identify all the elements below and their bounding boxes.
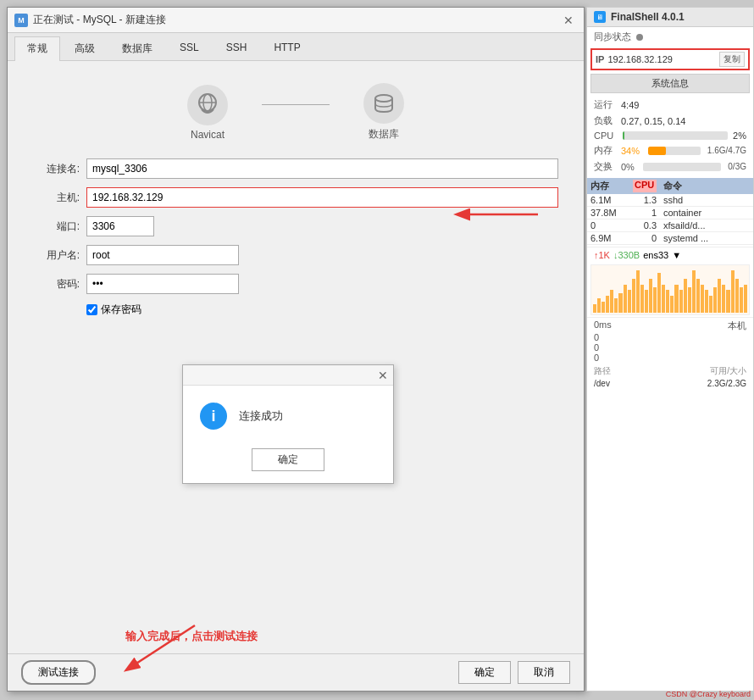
- table-row: 0 0.3 xfsaild/d...: [587, 219, 753, 232]
- row1-cpu: 1.3: [633, 195, 657, 205]
- navicat-icon-item: Navicat: [187, 85, 228, 141]
- save-pwd-row: 保存密码: [86, 303, 558, 317]
- disk-row: /dev 2.3G/2.3G: [587, 378, 753, 389]
- load-row: 负载 0.27, 0.15, 0.14: [587, 113, 753, 129]
- navicat-icon: [187, 85, 228, 125]
- latency-label: 0ms: [594, 319, 612, 332]
- conn-name-row: 连接名:: [33, 158, 558, 179]
- mem-pct: 34%: [621, 146, 640, 156]
- conn-name-input[interactable]: [86, 158, 558, 179]
- mysql-icon: M: [14, 14, 28, 27]
- cpu-value: 2%: [733, 131, 746, 141]
- dialog-title: 正在测试 - MySQL - 新建连接: [33, 13, 166, 27]
- load-label: 负载: [594, 114, 618, 127]
- tab-general[interactable]: 常规: [14, 36, 60, 61]
- sys-info-button[interactable]: 系统信息: [590, 74, 750, 93]
- db-label: 数据库: [369, 127, 399, 142]
- latency-val3: 0: [594, 353, 746, 363]
- disk-path-label: 路径: [594, 365, 707, 377]
- row2-mem: 37.8M: [590, 208, 626, 218]
- network-chart: [590, 264, 750, 315]
- success-close-button[interactable]: ✕: [378, 369, 388, 382]
- conn-name-label: 连接名:: [33, 162, 80, 176]
- port-label: 端口:: [33, 219, 80, 234]
- ip-row: IP 192.168.32.129 复制: [590, 48, 750, 70]
- chart-bars: [591, 269, 749, 314]
- success-dialog: ✕ i 连接成功 确定: [182, 364, 394, 484]
- test-button[interactable]: 测试连接: [21, 660, 96, 685]
- rp-title: FinalShell 4.0.1: [611, 11, 685, 23]
- db-icon-item: 数据库: [363, 83, 404, 142]
- mem-label: 内存: [594, 144, 618, 157]
- pwd-row: 密码:: [33, 274, 558, 294]
- row3-cmd: xfsaild/d...: [663, 220, 750, 231]
- copy-button[interactable]: 复制: [719, 52, 745, 67]
- user-row: 用户名:: [33, 245, 558, 265]
- pwd-input[interactable]: [86, 274, 239, 294]
- tab-database[interactable]: 数据库: [109, 36, 165, 60]
- svg-point-3: [375, 95, 392, 102]
- run-label: 运行: [594, 98, 618, 111]
- swap-label: 交换: [594, 160, 618, 173]
- swap-row: 交换 0% 0/3G: [587, 158, 753, 175]
- tab-ssh[interactable]: SSH: [213, 36, 260, 60]
- user-label: 用户名:: [33, 248, 80, 263]
- rp-sync: 同步状态: [587, 27, 753, 47]
- host-label: 主机:: [33, 191, 80, 205]
- success-titlebar: ✕: [183, 365, 393, 386]
- col-cpu: CPU: [633, 180, 657, 192]
- main-dialog: M 正在测试 - MySQL - 新建连接 ✕ 常规 高级 数据库 SSL SS…: [7, 7, 585, 692]
- info-icon: i: [200, 403, 227, 430]
- port-input[interactable]: [86, 216, 154, 236]
- user-input[interactable]: [86, 245, 239, 265]
- run-row: 运行 4:49: [587, 97, 753, 113]
- cpu-progress-container: [623, 131, 728, 140]
- tab-ssl[interactable]: SSL: [167, 36, 212, 60]
- success-message: 连接成功: [239, 408, 283, 424]
- dialog-titlebar: M 正在测试 - MySQL - 新建连接 ✕: [8, 8, 584, 33]
- confirm-button[interactable]: 确定: [458, 661, 511, 684]
- disk-val-label: 可用/大小: [710, 365, 746, 377]
- mem-progress-container: [648, 147, 701, 155]
- load-value: 0.27, 0.15, 0.14: [621, 116, 685, 126]
- run-value: 4:49: [621, 100, 639, 110]
- sync-dot: [636, 34, 643, 41]
- table-row: 6.1M 1.3 sshd: [587, 194, 753, 207]
- success-ok-button[interactable]: 确定: [252, 448, 324, 471]
- pwd-label: 密码:: [33, 277, 80, 292]
- tab-bar: 常规 高级 数据库 SSL SSH HTTP: [8, 33, 584, 61]
- latency-val2: 0: [594, 342, 746, 353]
- swap-detail: 0/3G: [728, 162, 746, 171]
- net-dropdown[interactable]: ▼: [672, 250, 681, 260]
- sync-label: 同步状态: [594, 31, 631, 43]
- disk-size-val: 2.3G/2.3G: [707, 379, 746, 388]
- save-pwd-label: 保存密码: [101, 303, 141, 317]
- latency-side: 本机: [728, 319, 746, 332]
- form-content: Navicat 数据库 连接名: 主机:: [8, 61, 584, 339]
- save-pwd-checkbox[interactable]: [86, 304, 97, 315]
- row1-cmd: sshd: [663, 195, 750, 205]
- tab-http[interactable]: HTTP: [261, 36, 313, 60]
- title-left: M 正在测试 - MySQL - 新建连接: [14, 13, 166, 27]
- cpu-row: CPU 2%: [587, 129, 753, 142]
- table-header: 内存 CPU 命令: [587, 178, 753, 194]
- db-icon: [363, 83, 404, 124]
- row4-mem: 6.9M: [590, 233, 626, 243]
- mem-row: 内存 34% 1.6G/4.7G: [587, 142, 753, 158]
- tab-advanced[interactable]: 高级: [62, 36, 108, 60]
- row2-cmd: container: [663, 208, 750, 218]
- dialog-bottom: 测试连接 确定 取消: [8, 653, 584, 691]
- right-panel: 🖥 FinalShell 4.0.1 同步状态 IP 192.168.32.12…: [586, 7, 754, 692]
- success-footer: 确定: [183, 442, 393, 483]
- finalshell-icon: 🖥: [594, 11, 606, 23]
- cancel-button[interactable]: 取消: [518, 661, 570, 684]
- icons-area: Navicat 数据库: [33, 83, 558, 142]
- close-button[interactable]: ✕: [560, 12, 577, 29]
- cpu-label: CPU: [594, 131, 618, 141]
- row4-cpu: 0: [633, 233, 657, 243]
- host-input[interactable]: [86, 187, 558, 208]
- watermark: CSDN @Crazy keyboard: [666, 690, 751, 698]
- connector-line: [262, 104, 330, 105]
- mem-detail: 1.6G/4.7G: [707, 146, 746, 155]
- row3-mem: 0: [590, 220, 626, 231]
